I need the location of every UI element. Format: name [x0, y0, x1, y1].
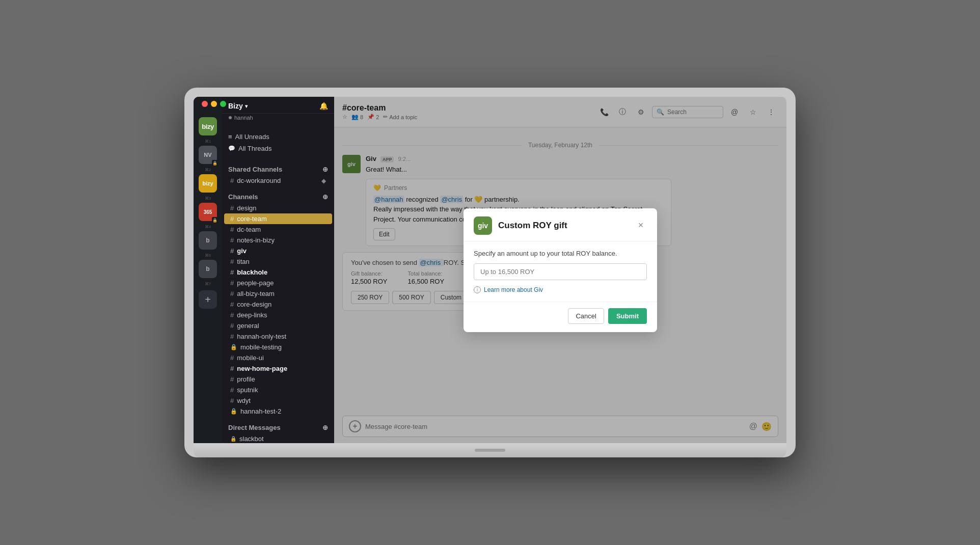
main-content: #core-team ☆ 👥 8 📌: [334, 97, 786, 443]
sidebar-item-mobile-ui[interactable]: # mobile-ui: [224, 352, 332, 363]
modal-cancel-button[interactable]: Cancel: [568, 308, 604, 324]
sidebar-item-sputnik[interactable]: # sputnik: [224, 385, 332, 395]
sidebar-item-dc-workaround[interactable]: # dc-workaround ◆: [224, 175, 332, 186]
nav-section: ≡ All Unreads 💬 All Threads: [222, 129, 334, 156]
add-workspace-button[interactable]: +: [199, 290, 217, 309]
sidebar-item-blackhole[interactable]: # blackhole: [224, 267, 332, 278]
modal-footer: Cancel Submit: [464, 302, 657, 332]
channel-sidebar: Bizy ▾ 🔔 hannah ≡ All Unreads: [222, 97, 334, 443]
workspace-sidebar: bizy ⌘1 NV 🔒 ⌘2 bizy ⌘3: [194, 97, 222, 443]
sidebar-item-hannah-test-2[interactable]: 🔒 hannah-test-2: [224, 406, 332, 417]
lock-icon: 🔒: [212, 160, 218, 166]
modal-amount-input[interactable]: [474, 263, 647, 280]
sidebar-item-titan[interactable]: # titan: [224, 256, 332, 267]
sidebar-item-core-team[interactable]: # core-team: [224, 213, 332, 224]
channels-header: Channels ⊕: [222, 190, 334, 203]
add-channel-icon[interactable]: ⊕: [322, 193, 328, 201]
all-unreads-item[interactable]: ≡ All Unreads: [222, 131, 334, 143]
workspace-name[interactable]: Bizy ▾: [228, 102, 248, 110]
modal-body: Specify an amount up to your total ROY b…: [464, 241, 657, 302]
workspace-bizy[interactable]: bizy: [199, 117, 217, 135]
modal-subtitle: Specify an amount up to your total ROY b…: [474, 250, 647, 257]
sidebar-item-general[interactable]: # general: [224, 320, 332, 331]
traffic-light-yellow[interactable]: [211, 101, 217, 107]
sidebar-item-giv[interactable]: # giv: [224, 246, 332, 256]
workspace-bizy2[interactable]: bizy: [199, 174, 217, 193]
shared-channels-header: Shared Channels ⊕: [222, 162, 334, 175]
sidebar-item-wdyt[interactable]: # wdyt: [224, 395, 332, 406]
bell-icon[interactable]: 🔔: [319, 102, 328, 110]
sidebar-item-design[interactable]: # design: [224, 203, 332, 213]
sidebar-item-deep-links[interactable]: # deep-links: [224, 310, 332, 320]
modal-logo: giv: [474, 216, 492, 235]
sidebar-header: Bizy ▾ 🔔: [222, 97, 334, 114]
add-dm-icon[interactable]: ⊕: [322, 424, 328, 431]
sidebar-user: hannah: [222, 114, 334, 125]
sidebar-item-mobile-testing[interactable]: 🔒 mobile-testing: [224, 342, 332, 352]
info-circle-icon: i: [474, 286, 481, 293]
dm-header: Direct Messages ⊕: [222, 421, 334, 433]
shared-channels-section: Shared Channels ⊕ # dc-workaround ◆: [222, 160, 334, 188]
traffic-light-red[interactable]: [202, 101, 208, 107]
modal-overlay[interactable]: giv Custom ROY gift × Specify an amount …: [334, 97, 786, 443]
sidebar-item-slackbot[interactable]: 🔒 slackbot: [224, 433, 332, 443]
sidebar-item-dc-team[interactable]: # dc-team: [224, 224, 332, 235]
lock-icon2: 🔒: [212, 217, 218, 223]
modal-title: Custom ROY gift: [498, 221, 629, 231]
sidebar-item-notes-in-bizy[interactable]: # notes-in-bizy: [224, 235, 332, 246]
sidebar-item-hannah-only-test[interactable]: # hannah-only-test: [224, 331, 332, 342]
modal-submit-button[interactable]: Submit: [608, 308, 647, 324]
modal-close-button[interactable]: ×: [635, 220, 647, 232]
learn-more-link[interactable]: i Learn more about Giv: [474, 286, 647, 293]
status-dot: [228, 116, 232, 120]
sidebar-item-core-design[interactable]: # core-design: [224, 299, 332, 310]
modal: giv Custom ROY gift × Specify an amount …: [464, 208, 657, 332]
channels-section: Channels ⊕ # design # core-team # dc-tea…: [222, 188, 334, 419]
laptop-base: [194, 443, 786, 457]
all-threads-item[interactable]: 💬 All Threads: [222, 143, 334, 154]
direct-messages-section: Direct Messages ⊕ 🔒 slackbot ○ hannah (y…: [222, 419, 334, 443]
sidebar-item-all-bizy-team[interactable]: # all-bizy-team: [224, 288, 332, 299]
sidebar-item-new-home-page[interactable]: # new-home-page: [224, 363, 332, 374]
laptop-notch: [475, 449, 505, 452]
modal-header: giv Custom ROY gift ×: [464, 208, 657, 241]
sidebar-item-profile[interactable]: # profile: [224, 374, 332, 385]
traffic-light-green[interactable]: [220, 101, 226, 107]
workspace-b1[interactable]: b: [199, 231, 217, 250]
sidebar-item-people-page[interactable]: # people-page: [224, 278, 332, 288]
workspace-b2[interactable]: b: [199, 260, 217, 278]
add-shared-channel-icon[interactable]: ⊕: [322, 166, 328, 173]
